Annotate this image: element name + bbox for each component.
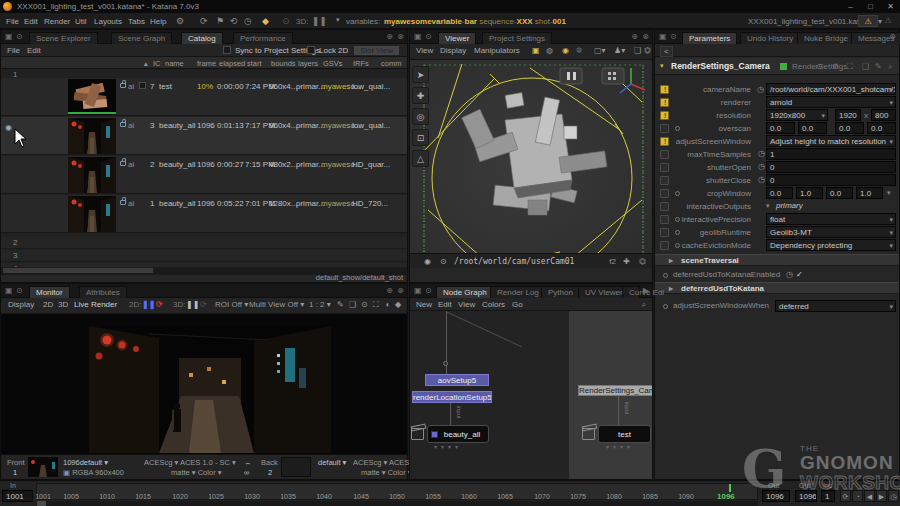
tab-attributes[interactable]: Attributes — [79, 286, 127, 298]
shaded-mode-icon[interactable]: ▣ — [532, 46, 540, 55]
fstop-icon[interactable]: f2 — [609, 257, 616, 266]
catalog-row-beauty3[interactable]: ◉ ai 3 beauty_all — [1, 117, 407, 155]
col-layers[interactable]: layers — [298, 59, 318, 68]
collapse-node-icon[interactable]: ▾ — [660, 62, 664, 70]
warning-indicator-active[interactable]: ⚠ — [858, 15, 878, 27]
deferredUsd-checkbox[interactable]: ✓ — [796, 270, 803, 279]
nodegraph-canvas[interactable]: aovSetup5 renderLocationSetup5 input bea… — [410, 311, 652, 479]
cropWindow-1[interactable]: 1.0 — [796, 187, 823, 199]
catalog-menu-edit[interactable]: Edit — [27, 46, 41, 55]
panel-close-icon[interactable]: ⊗ — [889, 32, 896, 41]
select-tool-icon[interactable]: ➤ — [412, 66, 429, 83]
tab-scroll-right-icon[interactable]: ▶ — [643, 286, 649, 295]
annotate-icon[interactable]: ✎ — [337, 300, 344, 309]
tab-curve-editor[interactable]: Curve Edi — [622, 286, 640, 298]
menu-tabs[interactable]: Tabs — [128, 17, 145, 26]
state-badge-yellow[interactable] — [660, 98, 669, 107]
close-button[interactable]: ✕ — [885, 1, 896, 12]
state-badge-gray[interactable] — [660, 228, 669, 237]
maxTimeSamples-field[interactable]: 1 — [766, 148, 896, 160]
front-matte-color-dropdowns[interactable]: matte ▾ Color ▾ — [171, 468, 222, 477]
adjustScreenWindow-dropdown[interactable]: Adjust height to match resolution▾ — [766, 135, 896, 147]
node-enabled-badge[interactable] — [780, 63, 787, 70]
step-forward-button[interactable]: ▶ — [876, 490, 887, 502]
out2-frame-field[interactable]: 1096 — [795, 490, 817, 502]
camera-icon[interactable]: ⏣ — [644, 46, 651, 55]
expression-icon[interactable]: ◷ — [757, 85, 764, 94]
shutterOpen-field[interactable]: 0 — [766, 161, 896, 173]
wire-port-dot[interactable] — [443, 361, 448, 366]
node-expand-icon[interactable]: ⛶ — [847, 62, 853, 72]
sort-icon[interactable]: ▴ — [144, 59, 148, 68]
col-bounds[interactable]: bounds — [271, 59, 296, 68]
group-expand-icon[interactable]: ▸ — [669, 256, 673, 265]
row-checkbox[interactable] — [139, 82, 146, 89]
interactiveOutputs-expand-icon[interactable]: ▾ — [766, 202, 770, 210]
menu-help[interactable]: Help — [150, 17, 166, 26]
catalog-row-beauty1[interactable]: ai 1 beauty_all 1096 0:05:22 7:01 PM 128… — [1, 195, 407, 233]
timebar-icon[interactable]: ◷ — [758, 175, 765, 184]
panel-add-icon[interactable]: ⊕ — [386, 286, 393, 295]
render-refresh-icon[interactable]: ⟳ — [200, 16, 208, 26]
variables-dropdown-icon[interactable]: ▾ — [336, 16, 340, 24]
local-dot-icon[interactable] — [663, 273, 668, 278]
menu-edit[interactable]: Edit — [24, 17, 38, 26]
col-irfs[interactable]: IRFs — [353, 59, 369, 68]
node-name[interactable]: RenderSettings_Camera — [671, 61, 770, 71]
katana-blade-icon[interactable]: ◆ — [262, 16, 269, 26]
resolution-height-field[interactable]: 800 — [871, 109, 896, 121]
tab-scene-explorer[interactable]: Scene Explorer — [29, 32, 98, 44]
catalog-row-beauty2[interactable]: ai 2 beauty_all 1096 0:00:27 7:15 PM 480… — [1, 156, 407, 194]
menu-layouts[interactable]: Layouts — [94, 17, 122, 26]
pan-icon[interactable]: ✚ — [623, 257, 630, 266]
viewport-camera-path[interactable]: /root/world/cam/userCam01 — [454, 257, 574, 266]
front-colorspace-dropdown[interactable]: ACEScg ▾ ACES 1.0 - SC ▾ — [144, 458, 236, 467]
minimize-button[interactable]: – — [845, 1, 856, 12]
node-aovSetup5[interactable]: aovSetup5 — [425, 374, 489, 386]
graph-state-variables[interactable]: myawesomevariable-bar sequence-XXX shot-… — [384, 17, 566, 26]
panel-close-icon[interactable]: ⊗ — [397, 32, 404, 41]
overscan-0[interactable]: 0.0 — [766, 122, 795, 134]
ng-search-icon[interactable]: ⌕ — [642, 300, 646, 310]
local-dot-icon[interactable] — [663, 304, 668, 309]
translate-tool-icon[interactable]: ✚ — [412, 87, 429, 104]
roi-dropdown[interactable]: ROI Off ▾ — [215, 300, 248, 309]
light-mode-icon[interactable]: ◉ — [562, 46, 569, 55]
monitor-menu-display[interactable]: Display — [8, 300, 34, 309]
realtime-button[interactable]: ◷ — [888, 490, 899, 502]
node-search-icon[interactable]: ⌕ — [888, 62, 892, 72]
front-buffer-dropdown[interactable]: 1096default ▾ — [63, 458, 108, 467]
panel-link-icon[interactable]: ⊙ — [16, 32, 23, 41]
panel-link-icon[interactable]: ⊙ — [425, 32, 432, 41]
link-buffers-icon[interactable]: ∞ — [244, 468, 249, 477]
loop-button[interactable]: ⟳ — [840, 490, 851, 502]
tab-monitor[interactable]: Monitor — [29, 286, 70, 298]
state-badge-gray[interactable] — [660, 189, 669, 198]
flag-icon[interactable]: ⚑ — [216, 16, 224, 26]
swatch-icon[interactable]: ◆ — [395, 300, 401, 309]
catalog-empty-slot[interactable]: 3 — [1, 250, 407, 262]
catalog-menu-file[interactable]: File — [7, 46, 20, 55]
col-ic[interactable]: IC — [153, 59, 161, 68]
col-start[interactable]: start — [247, 59, 262, 68]
group-deferredUsdToKatana[interactable]: ▸ deferredUsdToKatana — [655, 282, 899, 294]
ng-menu-view[interactable]: View — [458, 300, 475, 309]
fit-view-icon[interactable]: ⛶ — [373, 300, 379, 310]
timeline-ruler[interactable]: 1001 1005 1010 1015 1020 1025 1030 1035 … — [36, 483, 758, 500]
back-button[interactable]: < — [660, 46, 673, 57]
panel-add-icon[interactable]: ⊕ — [386, 32, 393, 41]
col-gsvs[interactable]: GSVs — [323, 59, 343, 68]
tab-nuke-bridge[interactable]: Nuke Bridge — [797, 32, 855, 44]
out-frame-field[interactable]: 1096 — [762, 490, 790, 502]
viewer-menu-display[interactable]: Display — [440, 46, 466, 55]
resolution-width-field[interactable]: 1920 — [835, 109, 861, 121]
catalog-row-test[interactable]: ai 7 test 10% 0:00:00 7:24 PM 960x4... p… — [1, 78, 407, 116]
pause-2d-icon[interactable]: ❚❚ — [142, 300, 155, 309]
cropWindow-3[interactable]: 1.0 — [856, 187, 883, 199]
comment-icon[interactable]: ❑ — [349, 300, 356, 309]
lock-2d-checkbox[interactable] — [307, 46, 315, 54]
tab-performance[interactable]: Performance — [233, 32, 293, 44]
geolibRuntime-dropdown[interactable]: Geolib3-MT▾ — [766, 226, 896, 238]
monitor-menu-live-render[interactable]: Live Render — [74, 300, 117, 309]
state-badge-gray[interactable] — [660, 163, 669, 172]
